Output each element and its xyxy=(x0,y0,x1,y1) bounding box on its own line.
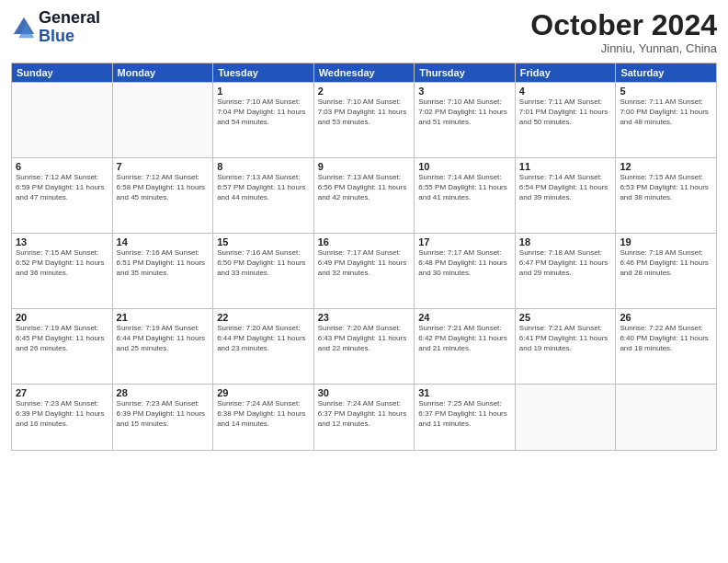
table-row: 17Sunrise: 7:17 AM Sunset: 6:48 PM Dayli… xyxy=(415,234,516,309)
day-info: Sunrise: 7:11 AM Sunset: 7:00 PM Dayligh… xyxy=(620,98,712,127)
table-row: 15Sunrise: 7:16 AM Sunset: 6:50 PM Dayli… xyxy=(213,234,314,309)
table-row: 22Sunrise: 7:20 AM Sunset: 6:44 PM Dayli… xyxy=(213,309,314,385)
table-row xyxy=(616,385,717,451)
day-number: 4 xyxy=(519,86,612,97)
day-number: 5 xyxy=(620,86,712,97)
table-row: 20Sunrise: 7:19 AM Sunset: 6:45 PM Dayli… xyxy=(12,309,113,385)
day-number: 18 xyxy=(519,236,612,247)
day-number: 23 xyxy=(318,312,411,323)
header: GeneralBlue October 2024 Jinniu, Yunnan,… xyxy=(11,9,717,55)
day-number: 29 xyxy=(217,387,310,398)
day-number: 31 xyxy=(418,387,511,398)
col-friday: Friday xyxy=(515,63,616,83)
day-info: Sunrise: 7:24 AM Sunset: 6:38 PM Dayligh… xyxy=(217,399,310,429)
day-info: Sunrise: 7:12 AM Sunset: 6:58 PM Dayligh… xyxy=(117,173,210,202)
day-info: Sunrise: 7:17 AM Sunset: 6:49 PM Dayligh… xyxy=(318,248,411,278)
day-info: Sunrise: 7:16 AM Sunset: 6:51 PM Dayligh… xyxy=(117,248,210,278)
table-row: 1Sunrise: 7:10 AM Sunset: 7:04 PM Daylig… xyxy=(213,83,314,158)
day-info: Sunrise: 7:16 AM Sunset: 6:50 PM Dayligh… xyxy=(217,248,310,278)
location-subtitle: Jinniu, Yunnan, China xyxy=(530,41,717,55)
table-row xyxy=(12,83,113,158)
calendar-header-row: Sunday Monday Tuesday Wednesday Thursday… xyxy=(12,63,717,83)
table-row: 27Sunrise: 7:23 AM Sunset: 6:39 PM Dayli… xyxy=(12,385,113,451)
col-thursday: Thursday xyxy=(415,63,516,83)
table-row: 3Sunrise: 7:10 AM Sunset: 7:02 PM Daylig… xyxy=(415,83,516,158)
day-info: Sunrise: 7:23 AM Sunset: 6:39 PM Dayligh… xyxy=(16,399,108,429)
page-container: GeneralBlue October 2024 Jinniu, Yunnan,… xyxy=(0,0,728,563)
day-number: 24 xyxy=(418,312,511,323)
day-number: 20 xyxy=(16,312,108,323)
day-info: Sunrise: 7:13 AM Sunset: 6:57 PM Dayligh… xyxy=(217,173,310,202)
day-info: Sunrise: 7:12 AM Sunset: 6:59 PM Dayligh… xyxy=(16,173,108,202)
day-number: 15 xyxy=(217,236,310,247)
day-number: 1 xyxy=(217,86,310,97)
table-row: 8Sunrise: 7:13 AM Sunset: 6:57 PM Daylig… xyxy=(213,158,314,234)
logo-icon xyxy=(11,15,37,40)
table-row: 19Sunrise: 7:18 AM Sunset: 6:46 PM Dayli… xyxy=(616,234,717,309)
day-number: 16 xyxy=(318,236,411,247)
table-row: 29Sunrise: 7:24 AM Sunset: 6:38 PM Dayli… xyxy=(213,385,314,451)
day-number: 30 xyxy=(318,387,411,398)
day-number: 2 xyxy=(318,86,411,97)
day-number: 3 xyxy=(418,86,511,97)
table-row: 10Sunrise: 7:14 AM Sunset: 6:55 PM Dayli… xyxy=(415,158,516,234)
day-number: 11 xyxy=(519,161,612,172)
day-info: Sunrise: 7:25 AM Sunset: 6:37 PM Dayligh… xyxy=(418,399,511,429)
day-info: Sunrise: 7:19 AM Sunset: 6:44 PM Dayligh… xyxy=(117,324,210,353)
day-number: 25 xyxy=(519,312,612,323)
day-number: 13 xyxy=(16,236,108,247)
table-row xyxy=(515,385,616,451)
month-title: October 2024 xyxy=(530,9,717,41)
day-number: 6 xyxy=(16,161,108,172)
day-info: Sunrise: 7:24 AM Sunset: 6:37 PM Dayligh… xyxy=(318,399,411,429)
day-number: 12 xyxy=(620,161,712,172)
day-info: Sunrise: 7:11 AM Sunset: 7:01 PM Dayligh… xyxy=(519,98,612,127)
day-number: 28 xyxy=(117,387,210,398)
day-info: Sunrise: 7:23 AM Sunset: 6:39 PM Dayligh… xyxy=(117,399,210,429)
table-row: 28Sunrise: 7:23 AM Sunset: 6:39 PM Dayli… xyxy=(112,385,213,451)
day-number: 26 xyxy=(620,312,712,323)
day-info: Sunrise: 7:15 AM Sunset: 6:53 PM Dayligh… xyxy=(620,173,712,202)
day-info: Sunrise: 7:17 AM Sunset: 6:48 PM Dayligh… xyxy=(418,248,511,278)
table-row: 2Sunrise: 7:10 AM Sunset: 7:03 PM Daylig… xyxy=(313,83,415,158)
table-row: 16Sunrise: 7:17 AM Sunset: 6:49 PM Dayli… xyxy=(313,234,415,309)
day-info: Sunrise: 7:21 AM Sunset: 6:42 PM Dayligh… xyxy=(418,324,511,353)
table-row: 11Sunrise: 7:14 AM Sunset: 6:54 PM Dayli… xyxy=(515,158,616,234)
day-info: Sunrise: 7:18 AM Sunset: 6:46 PM Dayligh… xyxy=(620,248,712,278)
table-row: 7Sunrise: 7:12 AM Sunset: 6:58 PM Daylig… xyxy=(112,158,213,234)
table-row: 25Sunrise: 7:21 AM Sunset: 6:41 PM Dayli… xyxy=(515,309,616,385)
day-info: Sunrise: 7:19 AM Sunset: 6:45 PM Dayligh… xyxy=(16,324,108,353)
day-number: 17 xyxy=(418,236,511,247)
title-area: October 2024 Jinniu, Yunnan, China xyxy=(530,9,717,55)
calendar-table: Sunday Monday Tuesday Wednesday Thursday… xyxy=(11,63,717,451)
col-tuesday: Tuesday xyxy=(213,63,314,83)
col-sunday: Sunday xyxy=(12,63,113,83)
col-saturday: Saturday xyxy=(616,63,717,83)
day-number: 14 xyxy=(117,236,210,247)
day-number: 22 xyxy=(217,312,310,323)
logo-text: GeneralBlue xyxy=(39,9,100,46)
day-number: 7 xyxy=(117,161,210,172)
table-row: 9Sunrise: 7:13 AM Sunset: 6:56 PM Daylig… xyxy=(313,158,415,234)
table-row: 6Sunrise: 7:12 AM Sunset: 6:59 PM Daylig… xyxy=(12,158,113,234)
day-info: Sunrise: 7:10 AM Sunset: 7:03 PM Dayligh… xyxy=(318,98,411,127)
table-row: 12Sunrise: 7:15 AM Sunset: 6:53 PM Dayli… xyxy=(616,158,717,234)
table-row: 4Sunrise: 7:11 AM Sunset: 7:01 PM Daylig… xyxy=(515,83,616,158)
day-info: Sunrise: 7:13 AM Sunset: 6:56 PM Dayligh… xyxy=(318,173,411,202)
table-row: 14Sunrise: 7:16 AM Sunset: 6:51 PM Dayli… xyxy=(112,234,213,309)
day-info: Sunrise: 7:15 AM Sunset: 6:52 PM Dayligh… xyxy=(16,248,108,278)
day-number: 21 xyxy=(117,312,210,323)
table-row: 18Sunrise: 7:18 AM Sunset: 6:47 PM Dayli… xyxy=(515,234,616,309)
table-row: 31Sunrise: 7:25 AM Sunset: 6:37 PM Dayli… xyxy=(415,385,516,451)
table-row: 26Sunrise: 7:22 AM Sunset: 6:40 PM Dayli… xyxy=(616,309,717,385)
calendar-body: 1Sunrise: 7:10 AM Sunset: 7:04 PM Daylig… xyxy=(12,83,717,451)
day-info: Sunrise: 7:10 AM Sunset: 7:04 PM Dayligh… xyxy=(217,98,310,127)
table-row xyxy=(112,83,213,158)
day-number: 9 xyxy=(318,161,411,172)
table-row: 23Sunrise: 7:20 AM Sunset: 6:43 PM Dayli… xyxy=(313,309,415,385)
table-row: 5Sunrise: 7:11 AM Sunset: 7:00 PM Daylig… xyxy=(616,83,717,158)
table-row: 21Sunrise: 7:19 AM Sunset: 6:44 PM Dayli… xyxy=(112,309,213,385)
day-info: Sunrise: 7:10 AM Sunset: 7:02 PM Dayligh… xyxy=(418,98,511,127)
logo-area: GeneralBlue xyxy=(11,9,100,46)
day-info: Sunrise: 7:22 AM Sunset: 6:40 PM Dayligh… xyxy=(620,324,712,353)
